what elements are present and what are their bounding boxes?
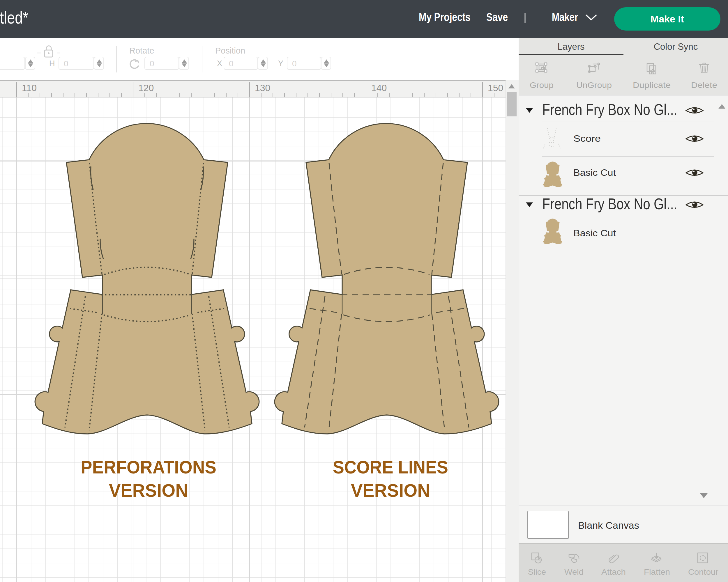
svg-text:Group: Group (530, 81, 553, 90)
svg-text:UnGroup: UnGroup (576, 81, 612, 90)
svg-text:PERFORATIONS: PERFORATIONS (81, 457, 216, 477)
svg-text:French Fry Box No Gl...: French Fry Box No Gl... (542, 101, 677, 118)
svg-text:Weld: Weld (564, 567, 583, 577)
svg-text:140: 140 (371, 83, 387, 93)
svg-text:Attach: Attach (601, 567, 626, 577)
svg-text:130: 130 (255, 83, 270, 93)
svg-text:Score: Score (573, 134, 601, 144)
svg-text:110: 110 (22, 83, 37, 93)
svg-text:Slice: Slice (528, 567, 546, 577)
svg-text:tled*: tled* (0, 8, 28, 27)
svg-text:Delete: Delete (691, 81, 717, 90)
svg-text:120: 120 (138, 83, 154, 93)
svg-text:Contour: Contour (688, 567, 719, 577)
svg-text:Basic Cut: Basic Cut (573, 228, 616, 238)
svg-text:French Fry Box No Gl...: French Fry Box No Gl... (542, 195, 677, 213)
svg-text:VERSION: VERSION (351, 480, 430, 501)
svg-text:Basic Cut: Basic Cut (573, 168, 616, 178)
svg-text:Flatten: Flatten (644, 567, 670, 577)
svg-text:My Projects: My Projects (419, 11, 471, 23)
svg-text:Maker: Maker (552, 11, 578, 23)
svg-text:Save: Save (486, 11, 508, 23)
svg-text:Duplicate: Duplicate (633, 81, 671, 90)
svg-text:150: 150 (488, 83, 503, 93)
svg-text:SCORE LINES: SCORE LINES (333, 457, 448, 477)
svg-text:VERSION: VERSION (109, 480, 188, 501)
